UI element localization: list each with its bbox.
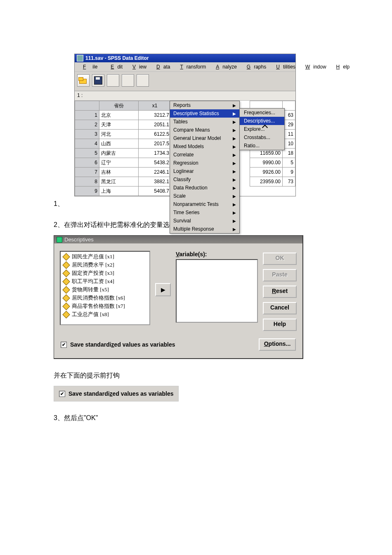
menu-item-compare-means[interactable]: Compare Means▶ [170, 126, 239, 134]
col-header-x1[interactable]: x1 [139, 101, 171, 111]
menu-item-nonparametric-tests[interactable]: Nonparametric Tests▶ [170, 200, 239, 208]
checkbox-icon[interactable]: ✔ [59, 391, 65, 397]
menu-data[interactable]: Data [150, 63, 173, 71]
dialog-icon [57, 237, 62, 243]
menu-item-tables[interactable]: Tables▶ [170, 118, 239, 126]
list-item[interactable]: 居民消费水平 [x2] [61, 261, 149, 269]
options-button[interactable]: Options... [259, 338, 296, 351]
toolbar-button[interactable] [122, 74, 134, 87]
window-title: 111.sav - SPSS Data Editor [85, 55, 149, 61]
menu-item-multiple-response[interactable]: Multiple Response▶ [170, 225, 239, 233]
menu-file[interactable]: File [76, 63, 104, 71]
variable-icon [62, 286, 70, 293]
menu-view[interactable]: View [126, 63, 150, 71]
step-2b-label: 并在下面的提示前打钩 [54, 371, 338, 380]
menu-item-survival[interactable]: Survival▶ [170, 217, 239, 225]
list-item[interactable]: 商品零售价格指数 [x7] [61, 302, 149, 310]
menu-help[interactable]: Help [330, 63, 353, 71]
variable-icon [62, 294, 70, 302]
menu-item-data-reduction[interactable]: Data Reduction▶ [170, 184, 239, 192]
dialog-titlebar: Descriptives [54, 236, 302, 243]
app-icon [77, 55, 83, 61]
submenu-ratio[interactable]: Ratio... [240, 142, 284, 150]
target-variable-list[interactable] [176, 259, 258, 323]
menu-item-descriptive-statistics[interactable]: Descriptive Statistics▶ [170, 109, 239, 118]
menu-transform[interactable]: Transform [173, 63, 209, 71]
toolbar [75, 72, 295, 91]
ok-button[interactable]: OK [263, 253, 297, 265]
cursor-icon [263, 125, 269, 132]
arrow-right-icon: ▶ [161, 286, 165, 293]
checkbox-label: Save standardized values as variables [68, 390, 173, 397]
menu-item-scale[interactable]: Scale▶ [170, 192, 239, 200]
menu-item-time-series[interactable]: Time Series▶ [170, 208, 239, 217]
variable-icon [62, 261, 70, 269]
menu-item-reports[interactable]: Reports▶ [170, 101, 239, 109]
variable-icon [62, 278, 70, 285]
menu-item-loglinear[interactable]: Loglinear▶ [170, 167, 239, 175]
cell-indicator: 1 : [75, 91, 295, 101]
descriptive-submenu[interactable]: Frequencies... Descriptives... Explore..… [239, 108, 285, 150]
paste-button[interactable]: Paste [263, 269, 297, 281]
variable-icon [62, 302, 70, 310]
menu-analyze[interactable]: Analyze [209, 63, 240, 71]
menu-item-mixed-models[interactable]: Mixed Models▶ [170, 142, 239, 151]
save-icon[interactable] [92, 74, 104, 87]
help-button[interactable]: Help [263, 319, 297, 331]
step-3-label: 3、然后点"OK" [54, 414, 338, 423]
data-grid[interactable]: 省份 x1 1北京3212.7 2天津2051.1 3河北6122.5 4山西2… [75, 101, 171, 196]
spss-data-editor-window: 111.sav - SPSS Data Editor File Edit Vie… [74, 54, 296, 196]
menu-item-classify[interactable]: Classify▶ [170, 175, 239, 184]
list-item[interactable]: 居民消费价格指数 [x6] [61, 294, 149, 302]
menu-window[interactable]: Window [299, 63, 330, 71]
move-right-button[interactable]: ▶ [155, 283, 171, 296]
corner-cell [75, 101, 99, 111]
menu-item-regression[interactable]: Regression▶ [170, 159, 239, 167]
toolbar-button[interactable] [137, 74, 149, 87]
window-titlebar: 111.sav - SPSS Data Editor [75, 54, 295, 62]
menubar: File Edit View Data Transform Analyze Gr… [75, 62, 295, 72]
variable-icon [62, 253, 70, 260]
list-item[interactable]: 货物周转量 [x5] [61, 286, 149, 294]
checkbox-label: Save standardized values as variables [70, 341, 175, 348]
list-item[interactable]: 职工平均工资 [x4] [61, 277, 149, 286]
descriptives-dialog: Descriptives 国民生产总值 [x1] 居民消费水平 [x2] 固定资… [54, 235, 303, 359]
analyze-menu-dropdown[interactable]: Reports▶ Descriptive Statistics▶ Tables▶… [170, 101, 240, 234]
col-header-province[interactable]: 省份 [99, 101, 139, 111]
menu-item-correlate[interactable]: Correlate▶ [170, 151, 239, 159]
source-variable-list[interactable]: 国民生产总值 [x1] 居民消费水平 [x2] 固定资产投资 [x3] 职工平均… [60, 251, 150, 325]
menu-utilities[interactable]: Utilities [269, 63, 299, 71]
list-item[interactable]: 固定资产投资 [x3] [61, 269, 149, 277]
save-standardized-checkbox[interactable]: ✔ Save standardized values as variables [61, 341, 175, 348]
submenu-descriptives[interactable]: Descriptives... [240, 117, 284, 125]
reset-button[interactable]: Reset [263, 286, 297, 298]
menu-graphs[interactable]: Graphs [240, 63, 269, 71]
list-item[interactable]: 工业总产值 [x8] [61, 310, 149, 319]
variable-icon [62, 269, 70, 277]
list-item[interactable]: 国民生产总值 [x1] [61, 253, 149, 261]
checkbox-icon: ✔ [61, 342, 67, 348]
menu-edit[interactable]: Edit [104, 63, 126, 71]
cancel-button[interactable]: Cancel [263, 302, 297, 314]
submenu-frequencies[interactable]: Frequencies... [240, 109, 284, 117]
variable-icon [62, 311, 70, 318]
print-icon[interactable] [107, 74, 119, 87]
submenu-crosstabs[interactable]: Crosstabs... [240, 133, 284, 142]
submenu-explore[interactable]: Explore... [240, 125, 284, 133]
open-icon[interactable] [77, 74, 90, 87]
menu-item-general-linear-model[interactable]: General Linear Model▶ [170, 134, 239, 142]
checkbox-snippet: ✔ Save standardized values as variables [54, 386, 179, 401]
variables-label: Variable(s): [176, 251, 258, 257]
dialog-title: Descriptives [64, 236, 94, 243]
